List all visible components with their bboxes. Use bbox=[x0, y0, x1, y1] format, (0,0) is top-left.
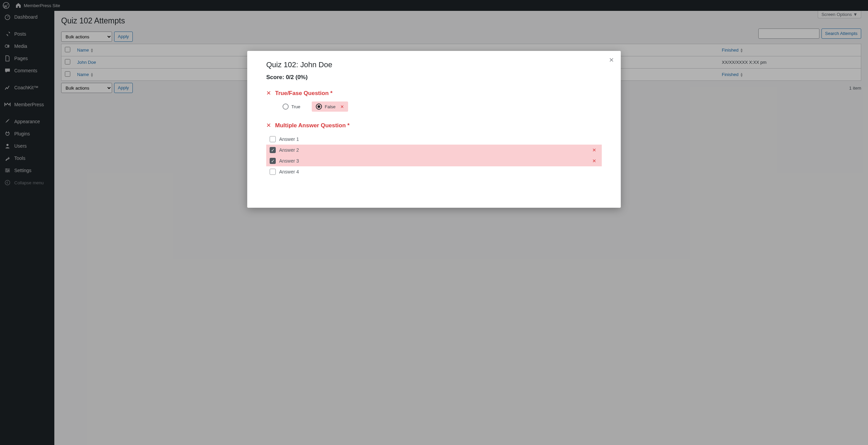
checkbox-checked-icon bbox=[270, 158, 276, 164]
answers-list: Answer 1 Answer 2 ✕ Answer 3 ✕ Answer 4 bbox=[266, 134, 602, 177]
modal-score: Score: 0/2 (0%) bbox=[266, 74, 602, 81]
answer-label: Answer 2 bbox=[279, 147, 299, 153]
modal-title: Quiz 102: John Doe bbox=[266, 60, 602, 69]
question-title: Multiple Answer Question * bbox=[275, 122, 349, 129]
answer-option: Answer 2 ✕ bbox=[266, 145, 602, 155]
question-header: ✕ True/Fase Question * bbox=[266, 90, 602, 97]
checkbox-icon bbox=[270, 136, 276, 142]
answers-row: True False ✕ bbox=[266, 101, 602, 112]
answer-option: True bbox=[278, 101, 304, 112]
answer-option: Answer 3 ✕ bbox=[266, 155, 602, 166]
wrong-icon: ✕ bbox=[340, 104, 344, 109]
radio-checked-icon bbox=[316, 104, 322, 110]
checkbox-checked-icon bbox=[270, 147, 276, 153]
radio-icon bbox=[283, 104, 289, 110]
question-header: ✕ Multiple Answer Question * bbox=[266, 122, 602, 129]
answer-label: Answer 1 bbox=[279, 136, 299, 142]
answer-label: Answer 3 bbox=[279, 158, 299, 164]
answer-option: Answer 1 bbox=[266, 134, 602, 145]
answer-label: True bbox=[291, 104, 300, 109]
answer-label: Answer 4 bbox=[279, 169, 299, 174]
close-button[interactable]: ✕ bbox=[609, 56, 614, 64]
wrong-icon: ✕ bbox=[592, 147, 596, 153]
attempt-modal: ✕ Quiz 102: John Doe Score: 0/2 (0%) ✕ T… bbox=[247, 51, 621, 208]
close-icon: ✕ bbox=[609, 57, 614, 63]
wrong-icon: ✕ bbox=[266, 122, 271, 129]
answer-label: False bbox=[325, 104, 336, 109]
question-block: ✕ Multiple Answer Question * Answer 1 An… bbox=[266, 122, 602, 177]
question-title: True/Fase Question * bbox=[275, 90, 332, 97]
checkbox-icon bbox=[270, 169, 276, 175]
question-block: ✕ True/Fase Question * True False ✕ bbox=[266, 90, 602, 112]
wrong-icon: ✕ bbox=[266, 90, 271, 97]
wrong-icon: ✕ bbox=[592, 158, 596, 164]
answer-option: False ✕ bbox=[312, 101, 348, 112]
answer-option: Answer 4 bbox=[266, 166, 602, 177]
